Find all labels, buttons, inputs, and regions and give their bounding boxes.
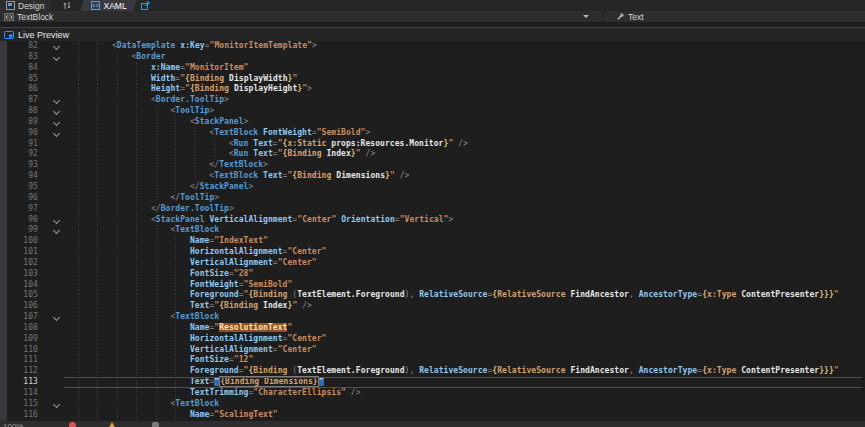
code-area[interactable]: 82<DataTemplate x:Key="MonitorItemTempla… [0,41,865,421]
code-line[interactable]: 98<StackPanel VerticalAlignment="Center"… [0,215,865,226]
code-line[interactable]: 112Foreground="{Binding (TextElement.For… [0,366,865,377]
fold-chevron-icon[interactable] [53,108,60,115]
code-line[interactable]: 108Name="ResolutionText" [0,323,865,334]
code-token: Border [136,52,165,61]
line-number: 91 [0,139,38,150]
line-number: 93 [0,160,38,171]
code-line[interactable]: 84x:Name="MonitorItem" [0,63,865,74]
code-line[interactable]: 107<TextBlock [0,312,865,323]
code-text: FontSize="12" [64,355,865,366]
code-token: /> [366,149,376,158]
code-text: HorizontalAlignment="Center" [64,247,865,258]
code-token: RelativeSource [497,366,565,375]
code-line[interactable]: 95</StackPanel> [0,182,865,193]
code-line[interactable]: 88<ToolTip> [0,106,865,117]
code-token: > [229,204,234,213]
code-line[interactable]: 94<TextBlock Text="{Binding Dimensions}"… [0,171,865,182]
code-token: VerticalAlignment [190,345,273,354]
line-number: 111 [0,355,38,366]
code-token: </ [170,193,180,202]
fold-chevron-icon[interactable] [53,119,60,126]
code-line[interactable]: 96</ToolTip> [0,193,865,204]
code-line[interactable]: 86Height="{Binding DisplayHeight}"> [0,84,865,95]
code-text: </Border.ToolTip> [64,204,865,215]
code-token: VerticalAlignment [209,215,292,224]
code-line[interactable]: 83<Border [0,52,865,63]
line-number: 100 [0,236,38,247]
code-text: <TextBlock [64,312,865,323]
code-text: FontSize="28" [64,269,865,280]
tab-design[interactable]: Design [0,0,50,11]
fold-chevron-icon[interactable] [53,43,60,50]
zoom-level-dropdown[interactable]: 100% [3,422,23,427]
warnings-icon[interactable] [108,422,116,427]
errors-icon[interactable] [69,422,76,427]
code-line[interactable]: 113Text="{Binding Dimensions}" [0,377,865,388]
code-token: TextElement.Foreground [297,290,404,299]
code-text: Text="{Binding Index}" /> [64,301,865,312]
chevron-down-icon[interactable] [583,15,589,18]
code-text: <TextBlock [64,225,865,236]
code-line[interactable]: 97</Border.ToolTip> [0,204,865,215]
code-token: x:Name [151,63,180,72]
code-line[interactable]: 91<Run Text="{x:Static props:Resources.M… [0,139,865,150]
code-token: x:Static [287,139,326,148]
code-line[interactable]: 114TextTrimming="CharacterEllipsis" /> [0,388,865,399]
fold-chevron-icon[interactable] [53,401,60,408]
code-line[interactable]: 101HorizontalAlignment="Center" [0,247,865,258]
code-line[interactable]: 100Name="IndexText" [0,236,865,247]
code-line[interactable]: 85Width="{Binding DisplayWidth}" [0,74,865,85]
fold-margin [38,345,64,356]
line-number: 88 [0,106,38,117]
fold-chevron-icon[interactable] [53,314,60,321]
fold-margin [38,377,64,388]
fold-chevron-icon[interactable] [53,227,60,234]
code-line[interactable]: 99<TextBlock [0,225,865,236]
code-line[interactable]: 89<StackPanel> [0,117,865,128]
code-line[interactable]: 103FontSize="28" [0,269,865,280]
fold-chevron-icon[interactable] [53,130,60,137]
code-token: Dimensions [336,171,385,180]
line-number: 101 [0,247,38,258]
code-line[interactable]: 90<TextBlock FontWeight="SemiBold"> [0,128,865,139]
code-token: Orientation [341,215,395,224]
code-token: Binding [253,366,287,375]
code-text: FontWeight="SemiBold" [64,280,865,291]
code-line[interactable]: 115<TextBlock [0,399,865,410]
element-dropdown[interactable]: TextBlock [0,12,603,22]
fold-chevron-icon[interactable] [53,216,60,223]
code-line[interactable]: 109HorizontalAlignment="Center" [0,334,865,345]
fold-margin [38,52,64,63]
code-line[interactable]: 87<Border.ToolTip> [0,95,865,106]
code-line[interactable]: 116Name="ScalingText" [0,410,865,421]
code-line[interactable]: 82<DataTemplate x:Key="MonitorItemTempla… [0,41,865,52]
code-token: Binding [224,301,258,310]
code-line[interactable]: 93</TextBlock> [0,160,865,171]
code-line[interactable]: 92<Run Text="{Binding Index}" /> [0,149,865,160]
code-token: /> [458,139,468,148]
code-line[interactable]: 102VerticalAlignment="Center" [0,258,865,269]
swap-panes-button[interactable] [58,0,76,11]
code-token: Name [190,236,210,245]
fold-chevron-icon[interactable] [53,54,60,61]
fold-chevron-icon[interactable] [53,97,60,104]
code-token: </ [190,182,200,191]
member-dropdown[interactable]: Text [604,12,865,22]
line-number: 107 [0,312,38,323]
messages-icon[interactable] [152,422,159,427]
tab-design-label: Design [18,1,44,11]
code-line[interactable]: 104FontWeight="SemiBold" [0,280,865,291]
live-preview-header[interactable]: Live Preview [0,28,865,41]
code-token: > [307,84,312,93]
line-number: 97 [0,204,38,215]
code-token: "IndexText" [214,236,268,245]
code-line[interactable]: 106Text="{Binding Index}" /> [0,301,865,312]
code-line[interactable]: 111FontSize="12" [0,355,865,366]
popout-window-button[interactable] [138,0,154,11]
code-token: </ [151,204,161,213]
fold-margin [38,334,64,345]
line-number: 104 [0,280,38,291]
tab-xaml[interactable]: XAML [86,0,131,11]
code-line[interactable]: 110VerticalAlignment="Center" [0,345,865,356]
code-line[interactable]: 105Foreground="{Binding (TextElement.For… [0,290,865,301]
